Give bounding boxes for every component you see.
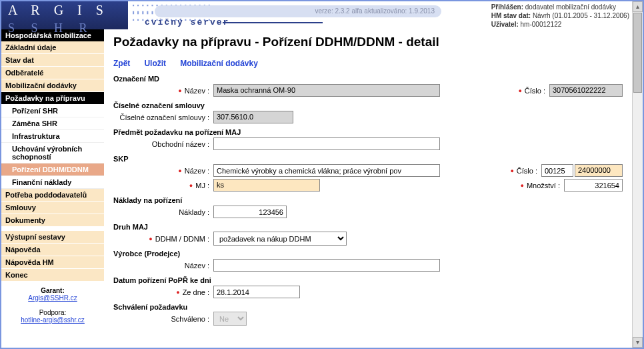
input-zedne[interactable] xyxy=(213,286,300,298)
section-predmet: Předmět požadavku na pořízení MAJ xyxy=(113,128,623,136)
sidebar-item-potreba[interactable]: Potřeba poddodavatelů xyxy=(1,189,104,202)
page-title: Požadavky na přípravu - Pořízení DDHM/DD… xyxy=(113,35,623,49)
label-mnozstvi: Množství : xyxy=(520,182,564,190)
sidebar-item-mobdod[interactable]: Mobilizační dodávky xyxy=(1,79,104,92)
label-schvaleno: Schváleno : xyxy=(113,315,213,323)
label-obchnazev: Obchodní název : xyxy=(113,140,213,148)
sidebar-item-dokumenty[interactable]: Dokumenty xyxy=(1,214,104,227)
scroll-down-icon[interactable]: ▾ xyxy=(633,337,643,348)
label-naklady: Náklady : xyxy=(113,208,213,216)
scroll-up-icon[interactable]: ▴ xyxy=(633,1,643,12)
sidebar-item-pozadavky[interactable]: Požadavky na přípravu xyxy=(1,92,104,105)
label-ddhm: DDHM / DDNM : xyxy=(113,235,213,243)
field-mj: ks xyxy=(213,179,320,192)
podpora-label: Podpora: xyxy=(39,309,67,316)
action-mobdod[interactable]: Mobilizační dodávky xyxy=(180,59,258,68)
select-schvaleno: Ne xyxy=(213,312,247,326)
sidebar-item-konec[interactable]: Konec xyxy=(1,269,104,282)
input-skp-cislo1[interactable] xyxy=(541,164,573,177)
field-cislo: 3070561022222 xyxy=(549,84,623,97)
sidebar-item-odberatele[interactable]: Odběratelé xyxy=(1,67,104,79)
section-druh: Druh MAJ xyxy=(113,223,623,231)
section-oznaceni: Označení MD xyxy=(113,75,623,83)
label-skp-nazev: Název : xyxy=(113,167,213,175)
label-cislo: Číslo : xyxy=(518,87,549,95)
section-schvaleni: Schválení požadavku xyxy=(113,303,623,311)
field-cisml: 307.5610.0 xyxy=(213,111,293,123)
input-naklady[interactable] xyxy=(213,206,287,218)
sidebar-sub-zamena[interactable]: Záměna SHR xyxy=(1,117,104,130)
scroll-thumb[interactable] xyxy=(633,13,642,93)
action-zpet[interactable]: Zpět xyxy=(113,59,130,68)
field-nazev: Maska ochranná OM-90 xyxy=(213,84,440,97)
select-ddhm[interactable]: požadavek na nákup DDHM xyxy=(213,232,347,246)
sidebar-sub-porizeni-shr[interactable]: Pořízení SHR xyxy=(1,105,104,117)
sidebar-item-napoveda[interactable]: Nápověda xyxy=(1,244,104,256)
section-cisml: Číselné označení smlouvy xyxy=(113,101,623,109)
input-vyr-nazev[interactable] xyxy=(213,259,440,272)
action-ulozit[interactable]: Uložit xyxy=(144,59,166,68)
section-vyrobce: Výrobce (Prodejce) xyxy=(113,250,623,258)
label-cisml: Číselné označení smlouvy : xyxy=(113,113,213,121)
version-pill: verze: 2.3.2 alfa aktualizováno: 1.9.201… xyxy=(155,5,441,17)
sidebar-item-zakladni[interactable]: Základní údaje xyxy=(1,41,104,54)
sidebar-sub-financni[interactable]: Finanční náklady xyxy=(1,176,104,189)
field-skp-cislo2: 24000000 xyxy=(575,164,623,177)
sidebar-item-vystupni[interactable]: Výstupní sestavy xyxy=(1,231,104,244)
label-vyr-nazev: Název : xyxy=(113,262,213,270)
section-skp: SKP xyxy=(113,155,623,163)
garant-link[interactable]: Argis@SSHR.cz xyxy=(28,294,77,302)
input-mnozstvi[interactable] xyxy=(564,179,623,192)
garant-label: Garant: xyxy=(41,287,65,294)
input-obchnazev[interactable] xyxy=(213,137,440,150)
section-naklady: Náklady na pořízení xyxy=(113,196,623,204)
sidebar: Hospodářská mobilizace Základní údaje St… xyxy=(1,29,104,348)
input-skp-nazev[interactable] xyxy=(213,164,440,177)
app-logo: A R G I S S S H R xyxy=(1,1,128,29)
server-label: cvičný server xyxy=(145,17,323,27)
window-scrollbar[interactable]: ▴ ▾ xyxy=(632,1,643,348)
user-info: Přihlášen: dodavatel mobilizační dodávky… xyxy=(491,3,629,29)
podpora-link[interactable]: hotline-argis@sshr.cz xyxy=(21,316,85,324)
sidebar-sub-porizeni-ddhm[interactable]: Pořízení DDHM/DDNM xyxy=(1,163,104,176)
label-mj: MJ : xyxy=(113,182,213,190)
sidebar-item-stav[interactable]: Stav dat xyxy=(1,54,104,67)
sidebar-sub-infra[interactable]: Infrastruktura xyxy=(1,130,104,143)
section-datum: Datum pořízení PoPŘ ke dni xyxy=(113,276,623,284)
sidebar-item-smlouvy[interactable]: Smlouvy xyxy=(1,202,104,214)
sidebar-sub-uchovani[interactable]: Uchování výrobních schopností xyxy=(1,143,104,163)
sidebar-item-napoveda-hm[interactable]: Nápověda HM xyxy=(1,256,104,269)
label-zedne: Ze dne : xyxy=(113,288,213,296)
label-nazev: Název : xyxy=(113,87,213,95)
label-skp-cislo: Číslo : xyxy=(510,167,541,175)
